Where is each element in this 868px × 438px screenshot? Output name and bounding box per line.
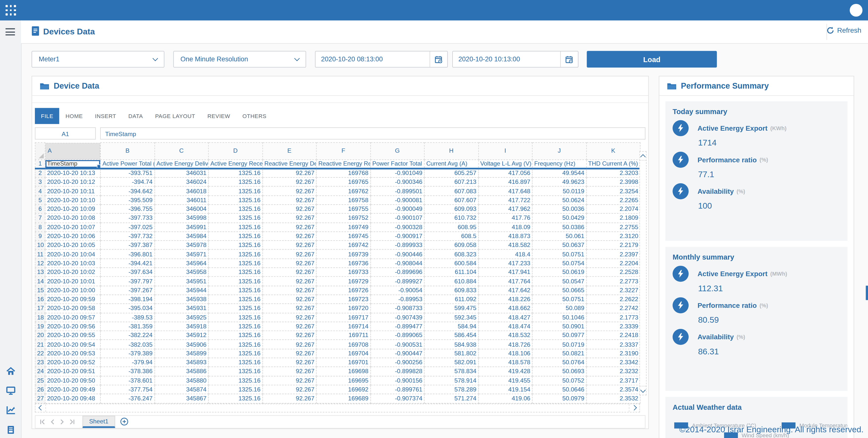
calendar-icon[interactable]: [560, 52, 578, 67]
cell[interactable]: 50.0119: [532, 187, 586, 195]
cell[interactable]: -0.899501: [370, 187, 424, 195]
cell[interactable]: -397.733: [100, 214, 154, 222]
cell[interactable]: 2020-10-20 10:02: [45, 268, 100, 277]
cell[interactable]: 418.226: [478, 295, 532, 304]
cell[interactable]: 1325.16: [208, 304, 262, 313]
cell[interactable]: 418.4: [478, 250, 532, 259]
cell[interactable]: 1325.16: [208, 385, 262, 394]
cell[interactable]: 345964: [154, 259, 208, 268]
formula-input[interactable]: TimeStamp: [100, 127, 646, 139]
cell[interactable]: 2.2742: [586, 304, 640, 313]
cell[interactable]: 169762: [316, 187, 370, 195]
cell[interactable]: -0.900081: [370, 195, 424, 205]
cell[interactable]: 50.0719: [532, 340, 586, 349]
cell[interactable]: 419.455: [478, 376, 532, 385]
cell[interactable]: -0.899828: [370, 367, 424, 376]
header-cell[interactable]: Reactive Energy Del: [262, 159, 316, 168]
cell[interactable]: 2.3998: [586, 178, 640, 186]
cell[interactable]: 610.884: [424, 277, 478, 286]
cell[interactable]: 418.427: [478, 313, 532, 322]
add-sheet-button[interactable]: [120, 417, 128, 426]
cell[interactable]: 50.0754: [532, 259, 586, 268]
cell[interactable]: 2.3232: [586, 367, 640, 376]
cell[interactable]: 417.76: [478, 214, 532, 222]
cell[interactable]: 92.267: [262, 385, 316, 394]
cell[interactable]: 1325.16: [208, 205, 262, 214]
cell[interactable]: 2.3339: [586, 322, 640, 331]
cell[interactable]: -382.035: [100, 340, 154, 349]
cell[interactable]: -377.754: [100, 385, 154, 394]
cell[interactable]: 582.091: [424, 358, 478, 367]
calendar-icon[interactable]: [430, 52, 447, 67]
cell[interactable]: 345893: [154, 358, 208, 367]
cell[interactable]: -394.74: [100, 178, 154, 186]
cell[interactable]: 610.732: [424, 214, 478, 222]
cell[interactable]: 345958: [154, 268, 208, 277]
scroll-right-button[interactable]: [629, 404, 640, 411]
column-header-g[interactable]: G: [370, 143, 424, 159]
cell[interactable]: 2020-10-20 10:09: [45, 205, 100, 214]
cell[interactable]: 2020-10-20 10:01: [45, 277, 100, 286]
cell[interactable]: 2.2074: [586, 205, 640, 214]
cell[interactable]: 2020-10-20 09:56: [45, 322, 100, 331]
cell[interactable]: 2020-10-20 09:54: [45, 340, 100, 349]
cell[interactable]: 92.267: [262, 268, 316, 277]
cell[interactable]: 2020-10-20 10:07: [45, 223, 100, 231]
cell[interactable]: 50.0764: [532, 358, 586, 367]
cell[interactable]: 50.0646: [532, 385, 586, 394]
cell[interactable]: -0.901049: [370, 168, 424, 178]
vertical-scrollbar[interactable]: [639, 151, 647, 396]
cell[interactable]: 92.267: [262, 205, 316, 214]
cell[interactable]: -0.900256: [370, 358, 424, 367]
cell[interactable]: -394.642: [100, 187, 154, 195]
cell[interactable]: 345938: [154, 295, 208, 304]
cell[interactable]: 418.532: [478, 331, 532, 340]
cell[interactable]: -0.900049: [370, 205, 424, 214]
resolution-select[interactable]: One Minute Resolution: [173, 51, 306, 68]
cell[interactable]: -0.899761: [370, 385, 424, 394]
cell[interactable]: 50.089: [532, 304, 586, 313]
cell[interactable]: 1325.16: [208, 376, 262, 385]
cell[interactable]: 50.1046: [532, 313, 586, 322]
cell[interactable]: 2020-10-20 09:52: [45, 358, 100, 367]
cell[interactable]: 50.0386: [532, 223, 586, 231]
chart-icon[interactable]: [6, 405, 16, 415]
cell[interactable]: 608.323: [424, 250, 478, 259]
to-date-input[interactable]: [453, 52, 560, 67]
row-header[interactable]: 27: [35, 394, 45, 403]
cell[interactable]: -0.899696: [370, 268, 424, 277]
cell[interactable]: 2.1773: [586, 313, 640, 322]
cell[interactable]: 169726: [316, 286, 370, 295]
column-header-h[interactable]: H: [424, 143, 478, 159]
cell[interactable]: 1325.16: [208, 367, 262, 376]
cell[interactable]: 608.5: [424, 231, 478, 241]
cell[interactable]: 92.267: [262, 250, 316, 259]
cell[interactable]: -381.359: [100, 322, 154, 331]
cell[interactable]: 345978: [154, 241, 208, 249]
cell[interactable]: 2.3337: [586, 340, 640, 349]
row-header[interactable]: 1: [35, 159, 45, 168]
row-header[interactable]: 8: [35, 223, 45, 231]
cell[interactable]: 345984: [154, 231, 208, 241]
cell[interactable]: 169742: [316, 241, 370, 249]
next-sheet-icon[interactable]: [60, 419, 64, 425]
cell[interactable]: 2.3190: [586, 349, 640, 358]
cell[interactable]: 345867: [154, 394, 208, 403]
cell[interactable]: 1325.16: [208, 250, 262, 259]
cell[interactable]: -398.194: [100, 295, 154, 304]
cell[interactable]: 92.267: [262, 376, 316, 385]
cell[interactable]: -0.899927: [370, 277, 424, 286]
cell[interactable]: -0.900107: [370, 214, 424, 222]
cell[interactable]: 419.428: [478, 367, 532, 376]
cell[interactable]: 607.083: [424, 187, 478, 195]
cell[interactable]: 50.0977: [532, 331, 586, 340]
horizontal-scroll-track[interactable]: [46, 404, 629, 411]
cell[interactable]: 169717: [316, 313, 370, 322]
cell[interactable]: 169704: [316, 349, 370, 358]
cell[interactable]: 2020-10-20 09:57: [45, 313, 100, 322]
header-cell[interactable]: THD Current A (%): [586, 159, 640, 168]
cell[interactable]: -0.899477: [370, 322, 424, 331]
cell[interactable]: 1325.16: [208, 187, 262, 195]
cell[interactable]: 345925: [154, 313, 208, 322]
cell[interactable]: 50.0751: [532, 250, 586, 259]
